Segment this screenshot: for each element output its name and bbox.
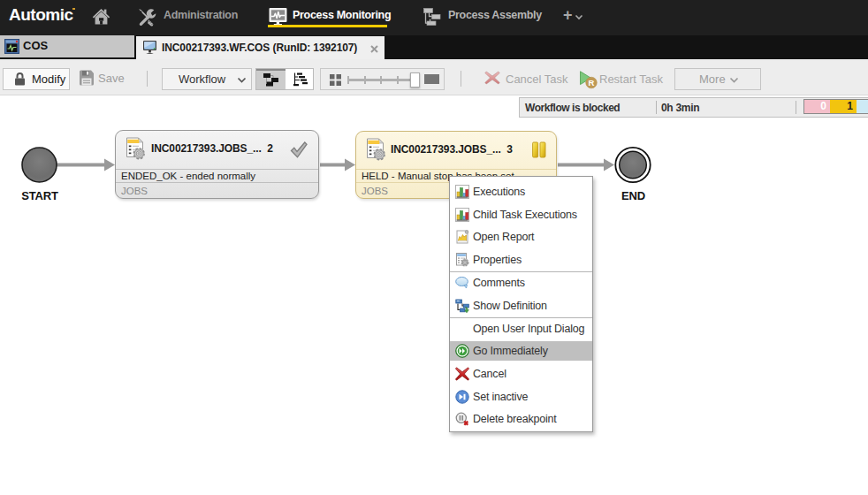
svg-text:R: R: [589, 78, 595, 88]
